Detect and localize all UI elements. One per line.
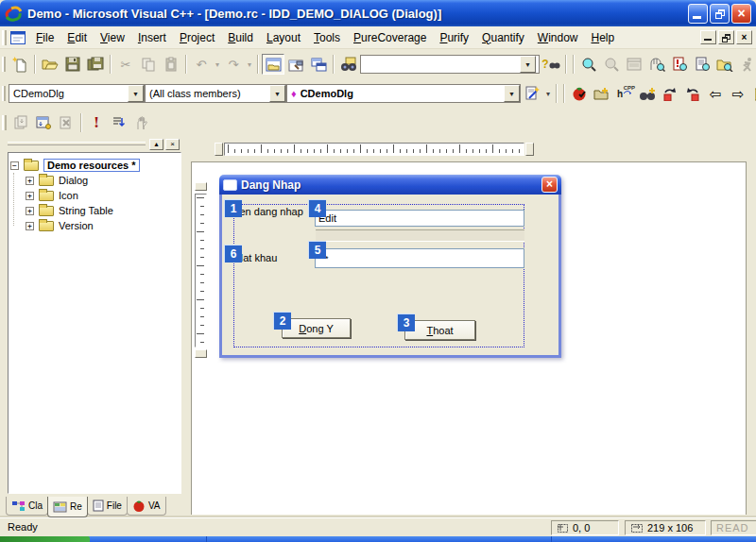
tree-item-label[interactable]: Version xyxy=(59,220,94,231)
tab-classview[interactable]: Cla xyxy=(6,497,48,516)
function-combobox-arrow[interactable]: ▼ xyxy=(504,85,520,102)
ok-button[interactable]: Dong Y xyxy=(282,318,351,338)
save-all-button[interactable] xyxy=(84,54,107,75)
menu-help[interactable]: Help xyxy=(585,27,622,48)
purify-error-report-button[interactable] xyxy=(668,54,691,75)
workspace-pane-grip[interactable] xyxy=(8,142,146,145)
va-redo-button[interactable] xyxy=(681,83,704,104)
menu-file[interactable]: File xyxy=(29,27,60,48)
purify-zoom-button[interactable] xyxy=(577,54,600,75)
save-button[interactable] xyxy=(61,54,84,75)
menu-window[interactable]: Window xyxy=(531,27,585,48)
edited-dialog-form[interactable]: Dang Nhap × Ten dang nhap Edit Mat khau … xyxy=(219,175,561,358)
form-body[interactable]: Ten dang nhap Edit Mat khau *** Dong Y T… xyxy=(219,195,561,358)
output-pane-toggle-button[interactable] xyxy=(284,54,307,75)
taskbar-sliver[interactable] xyxy=(0,536,756,542)
menu-purify[interactable]: Purify xyxy=(433,27,475,48)
menu-project[interactable]: Project xyxy=(173,27,221,48)
find-symbol-button[interactable] xyxy=(636,83,659,104)
minimize-button[interactable] xyxy=(688,4,708,24)
tree-item-label[interactable]: Icon xyxy=(59,190,78,201)
new-file-button[interactable] xyxy=(9,54,31,75)
redo-dropdown[interactable]: ▾ xyxy=(245,60,254,69)
exit-button[interactable]: Thoat xyxy=(404,320,475,340)
tree-item-dialog[interactable]: + Dialog xyxy=(10,173,179,188)
toolbar2-grip[interactable] xyxy=(2,86,6,101)
paste-button[interactable] xyxy=(160,54,182,75)
hruler-left-handle[interactable] xyxy=(215,143,223,156)
build-button[interactable] xyxy=(32,112,55,133)
start-button-sliver[interactable] xyxy=(0,536,90,542)
go-debug-button[interactable] xyxy=(108,112,130,133)
redo-button[interactable]: ↷ xyxy=(222,54,245,75)
mdi-restore-button[interactable] xyxy=(718,30,734,44)
expand-icon[interactable]: + xyxy=(26,207,34,215)
workspace-pane-toggle-button[interactable] xyxy=(262,54,284,75)
tree-item-icon[interactable]: + Icon xyxy=(10,188,179,203)
purify-pause-inspect-button[interactable] xyxy=(645,54,668,75)
va-undo-button[interactable] xyxy=(659,83,681,104)
members-combobox-arrow[interactable]: ▼ xyxy=(269,85,285,102)
navigate-back-button[interactable]: ⇦ xyxy=(704,83,727,104)
mdi-minimize-button[interactable] xyxy=(700,30,716,44)
open-file-button[interactable] xyxy=(39,54,61,75)
tree-item-label[interactable]: String Table xyxy=(59,205,113,216)
cut-button[interactable]: ✂ xyxy=(114,54,137,75)
find-combobox[interactable]: ▼ xyxy=(360,55,540,74)
tab-resourceview[interactable]: Re xyxy=(47,497,88,517)
purify-file-search-button[interactable] xyxy=(713,54,736,75)
tree-item-version[interactable]: + Version xyxy=(10,218,179,233)
expand-icon[interactable]: + xyxy=(26,192,34,200)
expand-icon[interactable]: + xyxy=(26,177,34,185)
menu-tools[interactable]: Tools xyxy=(307,27,347,48)
toggle-header-source-button[interactable]: h CPP xyxy=(613,83,636,104)
form-close-button[interactable]: × xyxy=(541,177,558,193)
toolbar1-grip[interactable] xyxy=(2,57,6,72)
purify-run-disabled-button[interactable] xyxy=(736,54,756,75)
undo-dropdown[interactable]: ▾ xyxy=(213,60,222,69)
tree-item-string-table[interactable]: + String Table xyxy=(10,203,179,218)
wizard-action-button[interactable] xyxy=(521,83,543,104)
menu-quantify[interactable]: Quantify xyxy=(475,27,531,48)
execute-program-button[interactable]: ! xyxy=(85,112,108,133)
menubar-grip[interactable] xyxy=(2,30,7,45)
tree-root-row[interactable]: − Demo resources * xyxy=(10,158,179,173)
menu-build[interactable]: Build xyxy=(221,27,260,48)
tab-visual-assist[interactable]: VA xyxy=(127,497,166,516)
restore-button[interactable] xyxy=(710,4,730,24)
purify-zoom-disabled-button[interactable] xyxy=(600,54,623,75)
hruler-right-handle[interactable] xyxy=(525,143,534,156)
function-combobox[interactable]: ♦ CDemoDlg ▼ xyxy=(286,84,521,103)
purify-window-disabled-button[interactable] xyxy=(623,54,645,75)
class-combobox-arrow[interactable]: ▼ xyxy=(128,85,144,102)
tab-fileview[interactable]: File xyxy=(87,497,128,516)
tree-root-label[interactable]: Demo resources * xyxy=(43,159,140,172)
search-help-button[interactable]: ? xyxy=(540,54,562,75)
members-combobox[interactable]: (All class members) ▼ xyxy=(145,84,286,103)
find-in-files-button[interactable] xyxy=(337,54,360,75)
va-clipped-button[interactable] xyxy=(749,83,756,104)
password-editbox[interactable]: *** xyxy=(315,248,524,268)
compile-button[interactable] xyxy=(9,112,32,133)
navigate-forward-button[interactable]: ⇨ xyxy=(727,83,749,104)
close-button[interactable]: × xyxy=(731,4,751,24)
username-editbox[interactable]: Edit xyxy=(315,210,524,227)
find-combobox-input[interactable] xyxy=(361,56,520,73)
stop-build-button[interactable] xyxy=(55,112,77,133)
menu-layout[interactable]: Layout xyxy=(260,27,307,48)
tree-item-label[interactable]: Dialog xyxy=(59,175,88,186)
username-label[interactable]: Ten dang nhap xyxy=(234,206,303,217)
open-file-in-workspace-button[interactable] xyxy=(591,83,613,104)
form-titlebar[interactable]: Dang Nhap × xyxy=(219,175,561,195)
pane-shade-button[interactable]: ▴ xyxy=(149,139,163,150)
wizard-action-dropdown[interactable]: ▾ xyxy=(543,90,553,98)
expand-icon[interactable]: + xyxy=(26,222,34,230)
cascade-windows-button[interactable] xyxy=(307,54,330,75)
collapse-icon[interactable]: − xyxy=(10,161,19,170)
copy-button[interactable] xyxy=(137,54,160,75)
find-combobox-arrow[interactable]: ▼ xyxy=(520,56,536,73)
class-combobox[interactable]: CDemoDlg ▼ xyxy=(9,84,145,103)
purify-report-button[interactable] xyxy=(691,54,713,75)
pane-close-button[interactable]: × xyxy=(165,139,180,150)
vruler-top-handle[interactable] xyxy=(195,182,207,191)
